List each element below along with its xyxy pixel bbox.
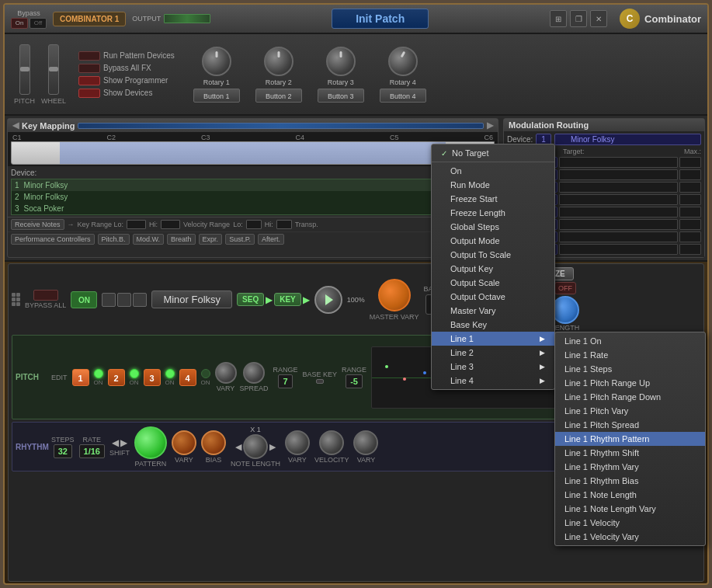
pitch-num-3[interactable]: 3 [144,369,161,386]
rotary-1-knob[interactable] [202,47,231,76]
bypass-all-toggle[interactable] [33,290,58,301]
mod-target-2-select[interactable] [559,169,678,180]
menu-line-2[interactable]: Line 2 ▶ [432,346,554,360]
sub-line1-velocity-vary[interactable]: Line 1 Velocity Vary [555,530,705,544]
menu-run-mode[interactable]: Run Mode [432,178,554,192]
menu-output-mode[interactable]: Output Mode [432,234,554,248]
seq-btn[interactable]: SEQ [237,293,264,306]
menu-freeze-length[interactable]: Freeze Length [432,206,554,220]
mod-target-7-select[interactable] [559,231,678,242]
note-length-vary-knob[interactable] [285,430,310,455]
menu-line-3[interactable]: Line 3 ▶ [432,360,554,374]
note-length-arrows[interactable]: ◀ ▶ [235,434,276,459]
key-btn[interactable]: KEY [274,293,301,306]
vel-hi-input[interactable] [276,220,292,229]
sub-line1-rhythm-bias[interactable]: Line 1 Rhythm Bias [555,474,705,488]
pitch-b-btn[interactable]: Pitch.B. [98,234,130,245]
menu-output-to-scale[interactable]: Output To Scale [432,248,554,262]
button-1-btn[interactable]: Button 1 [193,89,240,103]
receive-notes-btn[interactable]: Receive Notes [11,219,64,230]
mod-target-4-select[interactable] [559,194,678,205]
sub-line1-velocity[interactable]: Line 1 Velocity [555,516,705,530]
piano-keyboard[interactable] [11,141,495,165]
vel-lo-input[interactable] [246,220,262,229]
sub-line1-note-length[interactable]: Line 1 Note Length [555,488,705,502]
mod-max-8-input[interactable] [679,244,701,255]
sub-line1-pitch-range-down[interactable]: Line 1 Pitch Range Down [555,390,705,404]
mod-target-3-select[interactable] [559,182,678,193]
rotary-2-knob[interactable] [264,47,293,76]
shift-right-btn[interactable]: ▶ [120,437,127,448]
button-2-btn[interactable]: Button 2 [255,89,302,103]
menu-output-octave[interactable]: Output Octave [432,290,554,304]
range2-display[interactable]: -5 [346,374,363,388]
mod-target-5-select[interactable] [559,207,678,217]
sub-line1-pitch-spread[interactable]: Line 1 Pitch Spread [555,418,705,432]
freeze-off-toggle[interactable]: OFF [554,282,576,294]
perf-controllers-btn[interactable]: Performance Controllers [11,234,95,245]
icon-button-1[interactable]: ⊞ [550,10,567,27]
shift-left-btn[interactable]: ◀ [112,437,119,448]
range-display[interactable]: 7 [278,374,292,388]
mod-target-6-select[interactable] [559,219,678,230]
menu-line-1-wrap[interactable]: Line 1 ▶ Line 1 On Line 1 Rate Line 1 St… [432,332,554,346]
breath-btn[interactable]: Breath [167,234,196,245]
sub-line1-note-length-vary[interactable]: Line 1 Note Length Vary [555,502,705,516]
menu-master-vary[interactable]: Master Vary [432,304,554,318]
device-row-2[interactable]: 2Minor Folksy [12,191,494,203]
mod-target-name[interactable]: Minor Folksy [554,134,701,145]
device-row-3[interactable]: 3Soca Poker [12,203,494,214]
pitch-spread-knob[interactable] [243,362,265,384]
icon-button-3[interactable]: ✕ [590,10,607,27]
pitch-base-key-btn[interactable] [316,379,324,384]
master-vary-knob[interactable] [378,279,411,311]
run-button[interactable] [314,286,342,314]
pitch-num-2[interactable]: 2 [108,369,125,386]
key-range-lo-input[interactable] [127,220,146,229]
menu-line-4[interactable]: Line 4 ▶ [432,374,554,388]
key-mapping-arrow-right[interactable]: ▶ [487,120,493,130]
aftert-btn[interactable]: Aftert. [258,234,284,245]
patch-name[interactable]: Init Patch [332,9,429,29]
rotary-4-knob[interactable] [388,47,418,76]
mod-max-2-input[interactable] [679,169,701,180]
expr-btn[interactable]: Expr. [199,234,223,245]
pitch-num-4[interactable]: 4 [179,369,196,386]
sub-line1-rhythm-shift[interactable]: Line 1 Rhythm Shift [555,446,705,460]
sub-line1-rate[interactable]: Line 1 Rate [555,348,705,362]
button-4-btn[interactable]: Button 4 [380,89,426,103]
mod-max-7-input[interactable] [679,231,701,242]
steps-display[interactable]: 32 [54,444,72,458]
pitch-on-led-2[interactable] [130,369,139,378]
show-programmer-btn[interactable] [78,76,100,85]
mod-max-5-input[interactable] [679,207,701,217]
run-pattern-btn[interactable] [78,51,100,61]
mod-max-4-input[interactable] [679,194,701,205]
vary-rhythm-knob[interactable] [172,430,196,455]
velocity-vary-knob[interactable] [353,430,378,455]
bypass-toggle[interactable]: On Off [11,18,47,29]
sub-line1-rhythm-vary[interactable]: Line 1 Rhythm Vary [555,460,705,474]
device-row-1[interactable]: 1Minor Folksy [12,179,494,191]
mini-btn-2[interactable] [117,293,131,307]
menu-base-key[interactable]: Base Key [432,318,554,332]
sub-line1-pitch-range-up[interactable]: Line 1 Pitch Range Up [555,376,705,390]
source-dropdown-menu[interactable]: ✓ No Target On Run Mode Freeze Start Fre… [431,144,555,390]
show-devices-btn[interactable] [78,89,100,98]
mod-max-1-input[interactable] [679,157,701,168]
mod-max-6-input[interactable] [679,219,701,230]
key-arrow-2[interactable]: ▶ [303,294,310,305]
on-button[interactable]: ON [71,291,97,308]
sust-p-btn[interactable]: Sust.P. [225,234,255,245]
mod-max-3-input[interactable] [679,182,701,193]
menu-no-target[interactable]: ✓ No Target [432,146,554,160]
seq-arrow-1[interactable]: ▶ [266,294,273,305]
freeze-length-knob[interactable] [551,296,579,324]
sub-line1-on[interactable]: Line 1 On [555,334,705,348]
pitch-vary-knob[interactable] [215,362,237,384]
mini-btn-3[interactable] [133,293,147,307]
pitch-num-1[interactable]: 1 [72,369,89,386]
device-name-display[interactable]: Minor Folksy [151,291,232,308]
icon-button-2[interactable]: ❐ [570,10,587,27]
mini-btn-1[interactable] [102,293,116,307]
